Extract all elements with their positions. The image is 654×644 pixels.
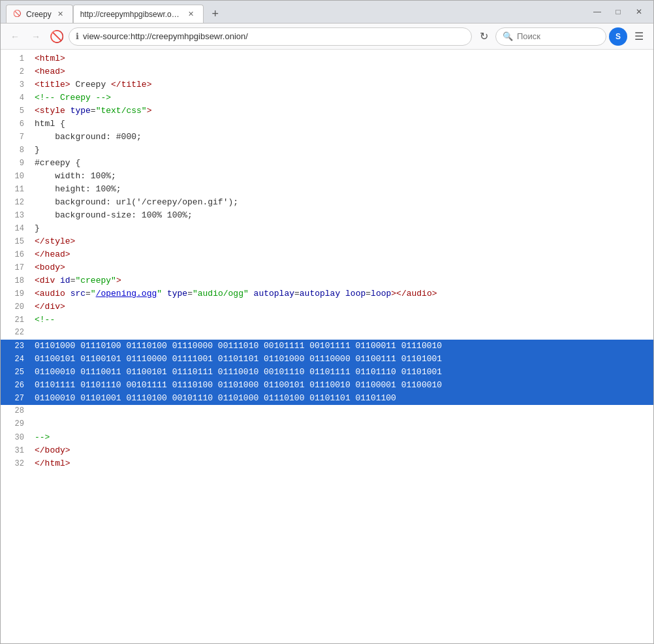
code-line-27: 2701100010 01101001 01110100 00101110 01… bbox=[1, 392, 653, 405]
line-content-24: 01100101 01100101 01110000 01111001 0110… bbox=[35, 353, 442, 366]
line-number-13: 13 bbox=[6, 210, 24, 221]
code-line-7: 7 background: #000; bbox=[1, 131, 653, 144]
tab-creepy[interactable]: 🚫 Creepy ✕ bbox=[6, 5, 73, 23]
code-line-16: 16</head> bbox=[1, 248, 653, 261]
address-bar[interactable]: ℹ view-source:http://creepymhpgibsewr.on… bbox=[69, 27, 472, 46]
line-number-30: 30 bbox=[6, 432, 24, 443]
line-content-12: background: url('/creepy/open.gif'); bbox=[35, 196, 238, 209]
back-button[interactable]: ← bbox=[6, 27, 24, 46]
line-content-18: <div id="creepy"> bbox=[35, 274, 121, 287]
maximize-button[interactable]: □ bbox=[609, 3, 627, 21]
line-number-10: 10 bbox=[6, 170, 24, 182]
line-number-31: 31 bbox=[6, 445, 24, 457]
line-number-21: 21 bbox=[6, 314, 24, 326]
code-line-10: 10 width: 100%; bbox=[1, 170, 653, 183]
line-content-14: } bbox=[35, 222, 40, 235]
code-line-14: 14} bbox=[1, 222, 653, 235]
browser-window: 🚫 Creepy ✕ http://creepymhpgibsewr.oni..… bbox=[0, 0, 654, 644]
tab-source[interactable]: http://creepymhpgibsewr.oni... ✕ bbox=[73, 5, 204, 23]
line-content-21: <!-- bbox=[35, 314, 55, 327]
code-line-28: 28 bbox=[1, 405, 653, 418]
line-content-27: 01100010 01101001 01110100 00101110 0110… bbox=[35, 392, 396, 405]
code-line-8: 8} bbox=[1, 144, 653, 157]
line-content-17: <body> bbox=[35, 261, 65, 274]
code-line-21: 21<!-- bbox=[1, 314, 653, 327]
line-content-5: <style type="text/css"> bbox=[35, 105, 151, 118]
reload-button[interactable]: ↻ bbox=[475, 27, 493, 46]
line-content-25: 01100010 01110011 01100101 01110111 0111… bbox=[35, 366, 442, 379]
line-number-2: 2 bbox=[6, 66, 24, 78]
code-line-6: 6html { bbox=[1, 118, 653, 131]
code-line-12: 12 background: url('/creepy/open.gif'); bbox=[1, 196, 653, 209]
line-content-1: <html> bbox=[35, 52, 65, 65]
line-content-11: height: 100%; bbox=[35, 183, 121, 196]
line-number-27: 27 bbox=[6, 393, 24, 404]
line-content-6: html { bbox=[35, 118, 65, 131]
tab-close-creepy[interactable]: ✕ bbox=[55, 9, 66, 20]
address-text: view-source:http://creepymhpgibsewr.onio… bbox=[83, 31, 465, 41]
search-input[interactable] bbox=[517, 31, 599, 41]
code-line-3: 3<title> Creepy </title> bbox=[1, 78, 653, 91]
search-icon: 🔍 bbox=[503, 31, 513, 41]
security-icon: 🚫 bbox=[48, 27, 66, 46]
line-number-17: 17 bbox=[6, 262, 24, 274]
code-line-22: 22 bbox=[1, 327, 653, 340]
line-number-14: 14 bbox=[6, 223, 24, 234]
forward-button[interactable]: → bbox=[27, 27, 45, 46]
code-line-25: 2501100010 01110011 01100101 01110111 01… bbox=[1, 366, 653, 379]
line-number-4: 4 bbox=[6, 92, 24, 104]
code-line-29: 29 bbox=[1, 418, 653, 431]
code-line-1: 1<html> bbox=[1, 52, 653, 65]
code-line-17: 17<body> bbox=[1, 261, 653, 274]
tab-close-source[interactable]: ✕ bbox=[186, 9, 196, 20]
code-line-19: 19<audio src="/opening.ogg" type="audio/… bbox=[1, 287, 653, 300]
line-number-8: 8 bbox=[6, 144, 24, 156]
tab-group: 🚫 Creepy ✕ http://creepymhpgibsewr.oni..… bbox=[6, 1, 583, 23]
line-content-26: 01101111 01101110 00101111 01110100 0110… bbox=[35, 379, 442, 392]
line-number-19: 19 bbox=[6, 288, 24, 300]
code-line-30: 30--> bbox=[1, 431, 653, 444]
tab-title-creepy: Creepy bbox=[26, 10, 52, 19]
tab-favicon-creepy: 🚫 bbox=[13, 10, 22, 19]
line-number-7: 7 bbox=[6, 131, 24, 143]
line-content-3: <title> Creepy </title> bbox=[35, 78, 151, 91]
line-number-22: 22 bbox=[6, 327, 24, 338]
line-number-3: 3 bbox=[6, 79, 24, 91]
search-bar[interactable]: 🔍 bbox=[495, 27, 606, 46]
line-number-25: 25 bbox=[6, 366, 24, 378]
profile-icon[interactable]: S bbox=[609, 27, 627, 46]
line-number-28: 28 bbox=[6, 405, 24, 417]
line-number-32: 32 bbox=[6, 458, 24, 470]
line-content-19: <audio src="/opening.ogg" type="audio/og… bbox=[35, 287, 437, 300]
tab-title-source: http://creepymhpgibsewr.oni... bbox=[80, 10, 182, 19]
minimize-button[interactable]: — bbox=[588, 3, 606, 21]
line-number-6: 6 bbox=[6, 118, 24, 130]
line-number-9: 9 bbox=[6, 157, 24, 169]
line-content-31: </body> bbox=[35, 444, 70, 457]
line-number-15: 15 bbox=[6, 236, 24, 248]
code-line-18: 18<div id="creepy"> bbox=[1, 274, 653, 287]
line-content-23: 01101000 01110100 01110100 01110000 0011… bbox=[35, 340, 442, 353]
line-content-20: </div> bbox=[35, 300, 65, 314]
code-line-11: 11 height: 100%; bbox=[1, 183, 653, 196]
line-number-23: 23 bbox=[6, 340, 24, 352]
new-tab-button[interactable]: + bbox=[206, 5, 225, 23]
line-content-2: <head> bbox=[35, 65, 65, 78]
line-number-20: 20 bbox=[6, 301, 24, 313]
line-content-9: #creepy { bbox=[35, 157, 80, 170]
close-button[interactable]: ✕ bbox=[630, 3, 648, 21]
code-line-15: 15</style> bbox=[1, 235, 653, 248]
line-number-16: 16 bbox=[6, 249, 24, 261]
line-content-15: </style> bbox=[35, 235, 75, 248]
code-line-20: 20</div> bbox=[1, 300, 653, 314]
source-view: 1<html>2<head>3<title> Creepy </title>4<… bbox=[1, 50, 653, 643]
line-content-13: background-size: 100% 100%; bbox=[35, 209, 193, 222]
line-content-7: background: #000; bbox=[35, 131, 142, 144]
line-content-30: --> bbox=[35, 431, 50, 444]
code-line-32: 32</html> bbox=[1, 457, 653, 470]
line-number-12: 12 bbox=[6, 197, 24, 208]
menu-button[interactable]: ☰ bbox=[630, 27, 648, 46]
line-content-8: } bbox=[35, 144, 40, 157]
code-line-4: 4<!-- Creepy --> bbox=[1, 91, 653, 105]
line-number-24: 24 bbox=[6, 353, 24, 365]
